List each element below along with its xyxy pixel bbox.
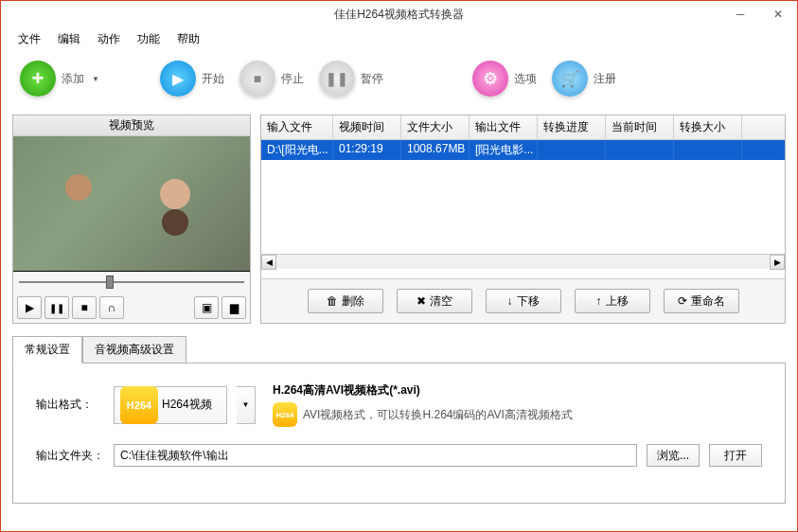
folder-label: 输出文件夹： bbox=[36, 448, 104, 464]
rename-button[interactable]: ⟳重命名 bbox=[664, 289, 739, 313]
table-row[interactable]: D:\[阳光电... 01:29:19 1008.67MB [阳光电影... bbox=[261, 140, 785, 160]
toolbar: + 添加 ▼ ▶ 开始 ■ 停止 ❚❚ 暂停 ⚙ 选项 🛒 注册 bbox=[1, 50, 797, 107]
preview-loop-button[interactable]: ∩ bbox=[99, 296, 124, 319]
menu-file[interactable]: 文件 bbox=[10, 28, 48, 50]
play-icon: ▶ bbox=[172, 70, 184, 88]
preview-folder-button[interactable]: ▆ bbox=[222, 296, 246, 319]
options-button[interactable]: ⚙ 选项 bbox=[469, 57, 541, 100]
preview-panel: 视频预览 ▶ ❚❚ ■ ∩ ▣ ▆ bbox=[12, 115, 251, 324]
table-header: 输入文件 视频时间 文件大小 输出文件 转换进度 当前时间 转换大小 bbox=[261, 115, 785, 140]
preview-stop-button[interactable]: ■ bbox=[72, 296, 97, 319]
plus-icon: + bbox=[32, 66, 44, 91]
col-time[interactable]: 当前时间 bbox=[606, 115, 674, 139]
file-table: 输入文件 视频时间 文件大小 输出文件 转换进度 当前时间 转换大小 D:\[阳… bbox=[261, 115, 785, 278]
chevron-down-icon: ▼ bbox=[92, 75, 99, 83]
h264-icon: H264 bbox=[120, 386, 158, 424]
pause-icon: ❚❚ bbox=[326, 71, 348, 86]
col-input[interactable]: 输入文件 bbox=[261, 115, 333, 139]
preview-header: 视频预览 bbox=[13, 115, 250, 136]
camera-icon: ▣ bbox=[202, 301, 212, 314]
chevron-down-icon: ▼ bbox=[242, 400, 250, 409]
menu-edit[interactable]: 编辑 bbox=[50, 28, 88, 50]
tab-general[interactable]: 常规设置 bbox=[12, 336, 82, 364]
preview-controls: ▶ ❚❚ ■ ∩ ▣ ▆ bbox=[13, 293, 250, 323]
pause-button[interactable]: ❚❚ 暂停 bbox=[315, 57, 387, 100]
preview-video bbox=[13, 136, 250, 272]
stop-button[interactable]: ■ 停止 bbox=[236, 57, 308, 100]
format-title: H.264高清AVI视频格式(*.avi) bbox=[273, 382, 573, 399]
settings-tabs: 常规设置 音视频高级设置 输出格式： H264 H264视频 ▼ H.264高清… bbox=[1, 331, 797, 515]
loop-icon: ∩ bbox=[108, 301, 116, 314]
arrow-up-icon: ↑ bbox=[596, 294, 602, 308]
format-dropdown-button[interactable]: ▼ bbox=[237, 386, 256, 424]
format-select[interactable]: H264 H264视频 bbox=[114, 386, 227, 424]
basket-icon: 🛒 bbox=[560, 70, 579, 88]
menu-help[interactable]: 帮助 bbox=[169, 28, 207, 50]
preview-pause-button[interactable]: ❚❚ bbox=[44, 296, 69, 319]
col-outsize[interactable]: 转换大小 bbox=[674, 115, 742, 139]
horizontal-scrollbar[interactable]: ◀ ▶ bbox=[261, 254, 785, 269]
menubar: 文件 编辑 动作 功能 帮助 bbox=[1, 27, 797, 50]
minimize-button[interactable]: ─ bbox=[721, 1, 759, 27]
gear-icon: ⚙ bbox=[483, 68, 498, 89]
play-icon: ▶ bbox=[26, 301, 34, 314]
seek-slider[interactable] bbox=[13, 272, 250, 293]
file-list-panel: 输入文件 视频时间 文件大小 输出文件 转换进度 当前时间 转换大小 D:\[阳… bbox=[260, 115, 786, 324]
clear-button[interactable]: ✖清空 bbox=[397, 289, 472, 313]
scroll-left-icon[interactable]: ◀ bbox=[261, 255, 276, 270]
col-duration[interactable]: 视频时间 bbox=[333, 115, 401, 139]
start-button[interactable]: ▶ 开始 bbox=[156, 57, 228, 100]
window-controls: ─ ✕ bbox=[721, 1, 797, 27]
col-size[interactable]: 文件大小 bbox=[401, 115, 470, 139]
arrow-down-icon: ↓ bbox=[507, 294, 513, 308]
preview-play-button[interactable]: ▶ bbox=[17, 296, 42, 319]
preview-snapshot-button[interactable]: ▣ bbox=[194, 296, 219, 319]
col-progress[interactable]: 转换进度 bbox=[538, 115, 606, 139]
trash-icon: 🗑 bbox=[327, 294, 338, 308]
folder-icon: ▆ bbox=[230, 301, 239, 314]
format-description: AVI视频格式，可以转换H.264编码的AVI高清视频格式 bbox=[303, 407, 573, 423]
add-button[interactable]: + 添加 ▼ bbox=[16, 57, 103, 100]
refresh-icon: ⟳ bbox=[678, 294, 687, 308]
titlebar: 佳佳H264视频格式转换器 ─ ✕ bbox=[1, 1, 797, 27]
format-label: 输出格式： bbox=[36, 397, 104, 413]
open-button[interactable]: 打开 bbox=[709, 444, 762, 467]
stop-icon: ■ bbox=[254, 71, 261, 86]
pause-icon: ❚❚ bbox=[49, 303, 64, 313]
x-icon: ✖ bbox=[417, 294, 426, 308]
tab-advanced[interactable]: 音视频高级设置 bbox=[82, 336, 186, 364]
list-actions: 🗑删除 ✖清空 ↓下移 ↑上移 ⟳重命名 bbox=[261, 278, 785, 323]
close-button[interactable]: ✕ bbox=[759, 1, 797, 27]
register-button[interactable]: 🛒 注册 bbox=[548, 57, 620, 100]
scroll-right-icon[interactable]: ▶ bbox=[770, 255, 785, 270]
delete-button[interactable]: 🗑删除 bbox=[308, 289, 383, 313]
h264-icon: H264 bbox=[273, 402, 297, 427]
window-title: 佳佳H264视频格式转换器 bbox=[334, 7, 464, 23]
move-down-button[interactable]: ↓下移 bbox=[486, 289, 561, 313]
menu-function[interactable]: 功能 bbox=[130, 28, 168, 50]
move-up-button[interactable]: ↑上移 bbox=[575, 289, 650, 313]
output-folder-input[interactable] bbox=[114, 444, 637, 467]
menu-action[interactable]: 动作 bbox=[90, 28, 128, 50]
stop-icon: ■ bbox=[80, 301, 87, 314]
browse-button[interactable]: 浏览... bbox=[647, 444, 700, 467]
col-output[interactable]: 输出文件 bbox=[470, 115, 538, 139]
